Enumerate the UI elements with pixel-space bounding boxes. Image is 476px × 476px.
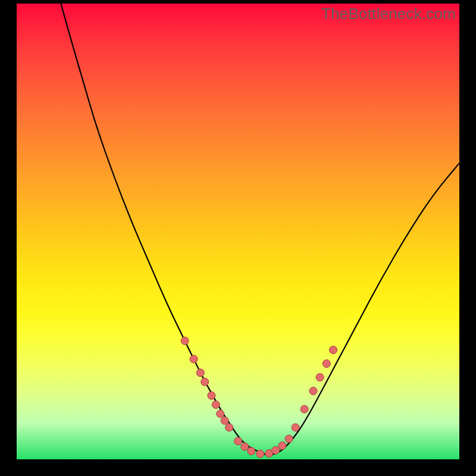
data-marker: [292, 424, 299, 431]
data-marker: [208, 392, 215, 399]
data-marker: [316, 374, 324, 381]
data-marker: [285, 435, 293, 443]
data-marker: [278, 442, 286, 450]
chart-plot-area: [17, 4, 459, 459]
data-marker: [272, 446, 280, 454]
data-marker: [300, 405, 308, 413]
bottleneck-curve-svg: [17, 4, 459, 459]
data-marker: [201, 378, 209, 386]
data-marker: [322, 360, 330, 368]
data-marker: [221, 416, 228, 424]
data-marker: [234, 437, 242, 445]
data-marker: [226, 424, 233, 431]
data-marker: [217, 410, 224, 418]
data-marker: [190, 355, 198, 363]
data-marker: [256, 450, 264, 458]
data-marker: [330, 346, 337, 354]
watermark-text: TheBottleneck.com: [321, 5, 456, 23]
data-marker: [196, 369, 204, 377]
marker-group: [181, 337, 337, 458]
data-marker: [241, 443, 249, 450]
data-marker: [181, 337, 189, 345]
bottleneck-curve: [61, 4, 459, 455]
data-marker: [248, 447, 255, 455]
data-marker: [212, 401, 220, 409]
data-marker: [309, 387, 317, 395]
chart-frame: TheBottleneck.com: [0, 0, 476, 476]
